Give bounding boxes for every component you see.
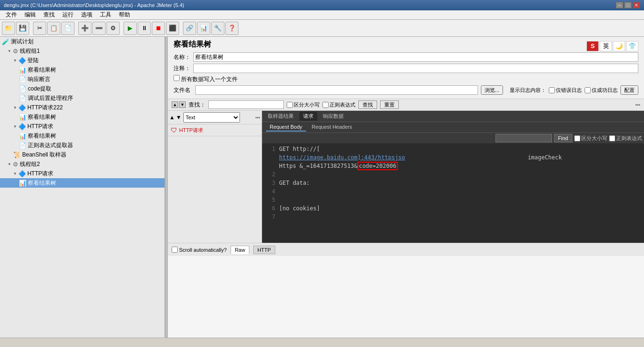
shufa-moon-icon[interactable]: 🌙 xyxy=(613,41,625,51)
shufa-shirt-icon[interactable]: 👕 xyxy=(626,41,638,51)
menu-item-文件[interactable]: 文件 xyxy=(2,10,21,20)
tab-sampler-result[interactable]: 取样器结果 xyxy=(264,112,297,121)
result-item[interactable]: 🛡 HTTP请求 xyxy=(168,124,262,136)
tree-item-7[interactable]: ▼🔷HTTP请求222 xyxy=(0,103,165,112)
main-layout: 🧪测试计划▼⚙线程组1▼🔷登陆📊察看结果树📄响应断言📄code提取📄调试后置处理… xyxy=(0,37,644,338)
config-button[interactable]: 配置 xyxy=(620,85,638,95)
find-case-label[interactable]: 区分大小写 xyxy=(574,135,607,142)
tree-item-0[interactable]: 🧪测试计划 xyxy=(0,37,165,46)
copy-button[interactable]: 📋 xyxy=(47,22,60,35)
expand-arrow-btn[interactable]: ▲ xyxy=(172,101,178,108)
paste-button[interactable]: 📄 xyxy=(61,22,74,35)
close-button[interactable]: ✕ xyxy=(633,2,640,8)
case-sensitive-label[interactable]: 区分大小写 xyxy=(287,101,320,108)
find-regex-checkbox[interactable] xyxy=(609,135,615,141)
tree-item-4[interactable]: 📄响应断言 xyxy=(0,74,165,84)
tree-label-0: 测试计划 xyxy=(11,38,33,46)
tree-icon-1: ⚙ xyxy=(13,48,18,55)
tree-item-10[interactable]: 📊察看结果树 xyxy=(0,131,165,140)
tree-item-8[interactable]: 📊察看结果树 xyxy=(0,112,165,122)
format-collapse-btn[interactable]: ▼ xyxy=(176,114,182,121)
more-button[interactable]: ••• xyxy=(635,102,640,107)
stop-button[interactable]: ⏹ xyxy=(152,22,165,35)
scroll-auto-checkbox[interactable] xyxy=(172,247,178,253)
menu-item-编辑[interactable]: 编辑 xyxy=(21,10,40,20)
tab-raw[interactable]: Raw xyxy=(231,246,249,254)
success-only-label[interactable]: 仅成功日志 xyxy=(585,87,618,94)
tree-item-1[interactable]: ▼⚙线程组1 xyxy=(0,46,165,56)
collapse-button[interactable]: ➖ xyxy=(92,22,106,35)
find-regex-label[interactable]: 正则表达式 xyxy=(609,135,642,142)
save-button[interactable]: 💾 xyxy=(16,22,29,35)
shufa-s-icon[interactable]: S xyxy=(586,41,599,51)
menu-item-选项[interactable]: 选项 xyxy=(77,10,96,20)
tab-request-headers[interactable]: Request Headers xyxy=(308,123,356,132)
chart-button[interactable]: 📊 xyxy=(197,22,210,35)
regex-checkbox[interactable] xyxy=(322,102,329,108)
format-more-btn[interactable]: ••• xyxy=(255,115,260,120)
find-input[interactable] xyxy=(495,134,552,142)
clear-button[interactable]: 重置 xyxy=(380,100,399,109)
tree-item-5[interactable]: 📄code提取 xyxy=(0,84,165,93)
name-label: 名称： xyxy=(173,53,190,61)
minimize-button[interactable]: ─ xyxy=(616,2,623,8)
tab-response-data[interactable]: 响应数据 xyxy=(319,112,347,121)
scroll-auto-label[interactable]: Scroll automatically? xyxy=(172,247,227,253)
case-sensitive-checkbox[interactable] xyxy=(287,102,293,108)
tree-label-6: 调试后置处理程序 xyxy=(28,94,73,102)
tree-item-2[interactable]: ▼🔷登陆 xyxy=(0,56,165,65)
tab-http[interactable]: HTTP xyxy=(253,246,275,254)
record-button[interactable]: ⬛ xyxy=(166,22,179,35)
name-input[interactable] xyxy=(193,52,638,62)
tools-button[interactable]: 🔧 xyxy=(211,22,224,35)
format-expand-btn[interactable]: ▲ xyxy=(169,114,175,121)
search-input[interactable] xyxy=(208,100,284,109)
menu-item-查找[interactable]: 查找 xyxy=(40,10,58,20)
find-btn[interactable]: Find xyxy=(554,134,572,142)
filename-input[interactable] xyxy=(195,85,478,95)
menu-item-运行[interactable]: 运行 xyxy=(58,10,77,20)
tree-item-11[interactable]: 📄正则表达式提取器 xyxy=(0,140,165,150)
code-line-3: Https &_=1641713827513&code=202006 xyxy=(262,162,644,171)
format-select[interactable]: Text HTML JSON XML xyxy=(183,112,240,123)
tree-item-9[interactable]: ▼🔷HTTP请求 xyxy=(0,122,165,131)
config-button[interactable]: 🔗 xyxy=(183,22,196,35)
tree-item-3[interactable]: 📊察看结果树 xyxy=(0,65,165,74)
help-button[interactable]: ❓ xyxy=(225,22,239,35)
maximize-button[interactable]: □ xyxy=(624,2,632,8)
expand-button[interactable]: ➕ xyxy=(78,22,91,35)
window-controls: ─ □ ✕ xyxy=(616,2,640,8)
error-only-label[interactable]: 仅错误日志 xyxy=(549,87,582,94)
pause-button[interactable]: ⏸ xyxy=(138,22,151,35)
run-button[interactable]: ▶ xyxy=(124,22,137,35)
tree-item-13[interactable]: ▼⚙线程组2 xyxy=(0,159,165,169)
code-view[interactable]: 1 GET http://[ https://image.baidu.com]:… xyxy=(262,143,644,243)
file-checkbox-container[interactable]: 所有数据写入一个文件 xyxy=(173,75,238,83)
title-text: denglu.jmx (C:\Users\Administrator\Deskt… xyxy=(4,2,184,8)
find-bar: Find 区分大小写 正则表达式 xyxy=(262,133,644,143)
settings-button[interactable]: ⚙ xyxy=(107,22,120,35)
tree-item-14[interactable]: ▼🔷HTTP请求 xyxy=(0,169,165,178)
display-log-label: 显示日志内容： xyxy=(510,87,546,94)
tree-item-12[interactable]: 📜BeanShell 取样器 xyxy=(0,150,165,159)
cut-button[interactable]: ✂ xyxy=(33,22,46,35)
error-only-checkbox[interactable] xyxy=(549,87,555,93)
tree-item-15[interactable]: 📊察看结果树 xyxy=(0,178,165,188)
find-case-checkbox[interactable] xyxy=(574,135,580,141)
tree-item-6[interactable]: 📄调试后置处理程序 xyxy=(0,93,165,103)
code-line-5: 3 GET data: xyxy=(262,179,644,188)
http-link[interactable]: https://image.baidu.com]:443/httpsjso xyxy=(279,154,405,161)
menu-item-帮助[interactable]: 帮助 xyxy=(115,10,134,20)
tab-request[interactable]: 请求 xyxy=(299,112,317,121)
success-only-checkbox[interactable] xyxy=(585,87,591,93)
tab-request-body[interactable]: Request Body xyxy=(266,123,306,132)
shufa-en-icon[interactable]: 英 xyxy=(600,41,612,51)
find-button[interactable]: 查找 xyxy=(358,100,377,109)
file-checkbox[interactable] xyxy=(173,75,180,81)
regex-label[interactable]: 正则表达式 xyxy=(322,101,355,108)
collapse-arrow-btn[interactable]: ▼ xyxy=(179,101,186,108)
comment-input[interactable] xyxy=(193,64,638,73)
browse-button[interactable]: 浏览... xyxy=(481,85,503,95)
menu-item-工具[interactable]: 工具 xyxy=(96,10,115,20)
new-button[interactable]: 📁 xyxy=(2,22,15,35)
